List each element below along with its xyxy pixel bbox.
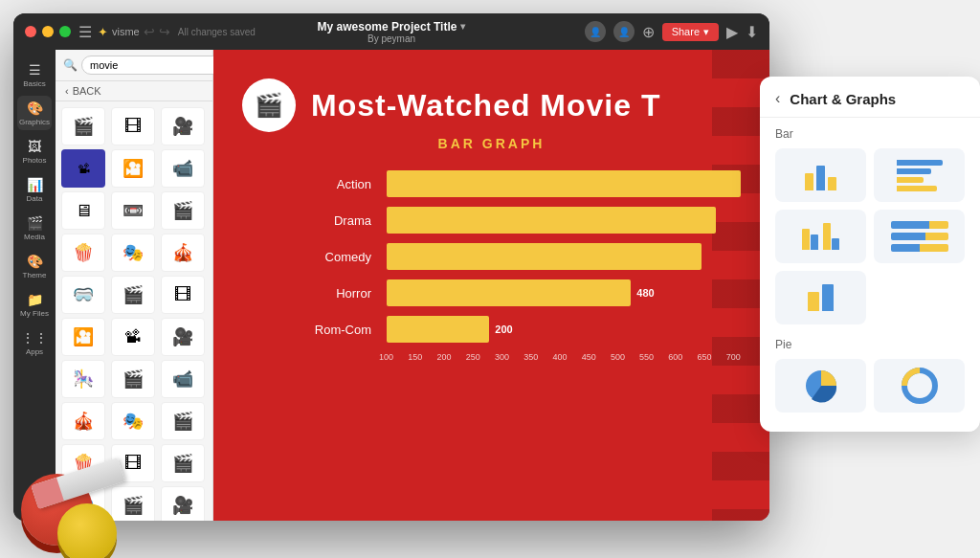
search-input[interactable] <box>81 56 231 75</box>
list-item[interactable]: 🎭 <box>111 234 155 272</box>
bar-section: Bar <box>760 118 980 328</box>
x-tick: 250 <box>466 352 480 362</box>
slide-content: 🎬 Most-Watched Movie T BAR GRAPH Action <box>213 50 769 521</box>
x-tick: 450 <box>582 352 596 362</box>
bar-label: Comedy <box>309 250 371 264</box>
bar-row-drama: Drama <box>309 207 741 234</box>
sidebar-item-media[interactable]: 🎬 Media <box>17 211 52 245</box>
redo-button[interactable]: ↪ <box>159 24 170 39</box>
bar-fill <box>387 316 489 343</box>
list-item[interactable]: 👥 <box>61 486 105 521</box>
chart-type-grouped-bar[interactable] <box>775 210 866 263</box>
sidebar-item-apps[interactable]: ⋮⋮ Apps <box>17 325 52 360</box>
list-item[interactable]: 🎞 <box>161 276 205 314</box>
chart-type-vertical-bar[interactable] <box>775 148 866 202</box>
project-title: My awesome Project Title ▾ <box>318 20 466 33</box>
list-item[interactable]: 🎬 <box>61 107 105 145</box>
chart-graphs-panel: ‹ Chart & Graphs Bar <box>760 77 980 432</box>
mini-chart-icon <box>897 160 943 191</box>
bar-row-comedy: Comedy <box>309 243 741 270</box>
chart-type-pie[interactable] <box>775 359 866 413</box>
list-item[interactable]: 🎦 <box>61 318 105 356</box>
sidebar-item-basics[interactable]: ☰ Basics <box>17 57 52 92</box>
slide[interactable]: 🎬 Most-Watched Movie T BAR GRAPH Action <box>213 50 769 521</box>
bar-fill <box>387 279 631 306</box>
list-item[interactable]: 🍿 <box>61 234 105 272</box>
play-button[interactable]: ▶ <box>726 23 738 41</box>
sidebar-item-my-files[interactable]: 📁 My Files <box>17 287 52 322</box>
x-tick: 650 <box>698 352 712 362</box>
app-body: ☰ Basics 🎨 Graphics 🖼 Photos 📊 Data 🎬 Me… <box>13 50 769 521</box>
close-button[interactable] <box>25 26 36 37</box>
list-item[interactable]: 🎞 <box>111 444 155 482</box>
chevron-down-icon[interactable]: ▾ <box>460 21 465 32</box>
chart-types-grid-pie <box>775 359 965 413</box>
chart-type-stacked-hbar[interactable] <box>874 210 965 263</box>
undo-button[interactable]: ↩ <box>144 24 155 39</box>
media-icon: 🎬 <box>27 215 43 231</box>
list-item[interactable]: 📼 <box>111 191 155 230</box>
x-tick: 600 <box>668 352 682 362</box>
list-item[interactable]: 🎥 <box>161 486 205 521</box>
list-item[interactable]: 🎥 <box>161 318 205 356</box>
list-item[interactable]: 🎪 <box>61 402 105 440</box>
list-item[interactable]: 🎬 <box>161 444 205 482</box>
maximize-button[interactable] <box>59 26 71 37</box>
list-item[interactable]: 📹 <box>161 360 205 398</box>
slide-title: Most-Watched Movie T <box>311 90 660 121</box>
chart-type-horizontal-bar[interactable] <box>874 148 965 202</box>
download-button[interactable]: ⬇ <box>746 23 758 41</box>
list-item[interactable]: 📽 <box>61 149 105 188</box>
mini-chart-icon <box>805 160 836 190</box>
list-item[interactable]: 🎬 <box>111 276 155 314</box>
menu-icon[interactable]: ☰ <box>78 23 92 41</box>
list-item[interactable]: 🎬 <box>161 402 205 440</box>
list-item[interactable]: 🎥 <box>161 107 205 145</box>
mini-chart-icon <box>802 223 839 250</box>
list-item[interactable]: 📹 <box>161 149 205 188</box>
list-item[interactable]: 🎭 <box>111 402 155 440</box>
chart-type-donut[interactable] <box>874 359 965 413</box>
bar-row-horror: Horror 480 <box>309 279 741 306</box>
title-bar-actions: 👤 👤 ⊕ Share ▾ ▶ ⬇ <box>585 21 758 42</box>
bar-value: 200 <box>495 324 512 335</box>
bar-chart: Action Drama <box>242 170 741 362</box>
list-item[interactable]: 🎬 <box>111 360 155 398</box>
movie-icon: 🎬 <box>242 78 296 132</box>
list-item[interactable]: 🎠 <box>61 360 105 398</box>
save-status: All changes saved <box>178 27 256 37</box>
sidebar-item-theme-colors[interactable]: 🎨 Theme <box>17 249 52 283</box>
minimize-button[interactable] <box>42 26 54 37</box>
sidebar-icons: ☰ Basics 🎨 Graphics 🖼 Photos 📊 Data 🎬 Me… <box>13 50 56 521</box>
back-button[interactable]: ‹ <box>775 90 780 107</box>
bar-fill <box>387 243 702 270</box>
section-label-pie: Pie <box>775 338 965 351</box>
list-item[interactable]: 🖥 <box>61 191 105 230</box>
x-tick: 500 <box>611 352 625 362</box>
x-axis: 100 150 200 250 300 350 400 450 500 550 … <box>309 352 741 362</box>
back-button[interactable]: ‹ BACK <box>56 81 212 101</box>
list-item[interactable]: 🎪 <box>161 234 205 272</box>
list-item[interactable]: 🎬 <box>111 486 155 521</box>
app-window: ☰ ✦ visme ↩ ↪ All changes saved My aweso… <box>13 13 769 521</box>
list-item[interactable]: 🎬 <box>161 191 205 230</box>
avatar-2: 👤 <box>613 21 635 42</box>
list-item[interactable]: 🍿 <box>61 444 105 482</box>
list-item[interactable]: 🎞 <box>111 107 155 145</box>
chart-type-single-bar[interactable] <box>775 271 866 324</box>
app-name: visme <box>112 26 140 37</box>
sidebar-item-graphics[interactable]: 🎨 Graphics <box>17 96 52 130</box>
avatar-1: 👤 <box>585 21 606 42</box>
content-panel: 🔍 ✕ ‹ BACK 🎬 🎞 🎥 📽 🎦 📹 🖥 <box>56 50 213 521</box>
sidebar-item-photos[interactable]: 🖼 Photos <box>17 134 52 168</box>
x-tick: 200 <box>436 352 451 362</box>
share-button[interactable]: Share ▾ <box>662 23 719 41</box>
bar-label: Action <box>309 177 371 191</box>
list-item[interactable]: 🥽 <box>61 276 105 314</box>
bar-row-action: Action <box>309 170 741 197</box>
add-collaborator-button[interactable]: ⊕ <box>642 23 655 41</box>
slide-header: 🎬 Most-Watched Movie T <box>242 78 741 132</box>
list-item[interactable]: 🎦 <box>111 149 155 188</box>
sidebar-item-data[interactable]: 📊 Data <box>17 172 52 207</box>
list-item[interactable]: 📽 <box>111 318 155 356</box>
